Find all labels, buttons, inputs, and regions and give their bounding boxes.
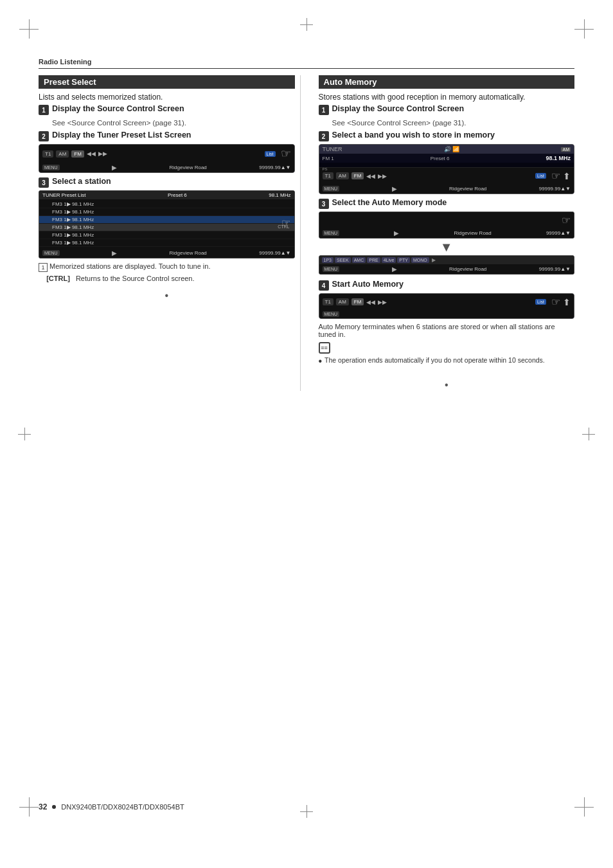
preset-item-2[interactable]: FM3 1▶ 98.1 MHz bbox=[39, 208, 294, 216]
am-list-btn[interactable]: List bbox=[535, 173, 546, 179]
preset-item-1[interactable]: FM3 1▶ 98.1 MHz bbox=[39, 201, 294, 208]
note-num-1: 1 bbox=[39, 263, 48, 272]
preset-step3-label: Select a station bbox=[52, 177, 111, 186]
am-step4-num: 4 bbox=[319, 280, 329, 291]
am-next-icon[interactable]: ▶▶ bbox=[378, 173, 387, 179]
am4-up-icon: ⬆ bbox=[563, 297, 571, 307]
preset-item-4[interactable]: FM3 1▶ 98.1 MHz CTRL bbox=[39, 224, 294, 231]
note-1: 1 Memorized stations are displayed. Touc… bbox=[39, 262, 295, 272]
prev-icon[interactable]: ◀◀ bbox=[87, 150, 96, 157]
bullet-dot: • bbox=[319, 356, 323, 366]
seek-amc-btn[interactable]: AMC bbox=[352, 257, 366, 263]
am-bottom-bar: MENU ▶ Ridgeview Road 99999.99▲▼ bbox=[319, 184, 574, 194]
preset-step1: 1 Display the Source Control Screen bbox=[39, 104, 295, 115]
am-step4: 4 Start Auto Memory bbox=[319, 280, 575, 291]
preset-step1-num: 1 bbox=[39, 105, 49, 115]
screen-controls-bar: T1 AM FM ◀◀ ▶▶ List ☞ bbox=[39, 145, 294, 163]
am-seek-screen-top: ☞ MENU ▶ Ridgeview Road 99999▲▼ bbox=[319, 212, 575, 239]
center-cross-left bbox=[18, 428, 31, 440]
am4-fm-btn[interactable]: FM bbox=[351, 298, 364, 305]
am-tuner-topbar: TUNER 🔊 📶 AM bbox=[319, 145, 574, 154]
preset-step1-label: Display the Source Control Screen bbox=[52, 104, 184, 113]
screen-bottom-bar: MENU ▶ Ridgeview Road 99999.99▲▼ bbox=[39, 163, 294, 172]
am-seek-num: 99999▲▼ bbox=[546, 230, 571, 236]
freq-num: 99999.99▲▼ bbox=[259, 165, 290, 170]
bullet-note-text: The operation ends automatically if you … bbox=[324, 356, 545, 364]
am-tuner-screen: TUNER 🔊 📶 AM FM 1 Preset 6 98.1 MHz PS T… bbox=[319, 144, 575, 194]
preset-item-6[interactable]: FM3 1▶ 98.1 MHz bbox=[39, 239, 294, 247]
am-menu-btn[interactable]: MENU bbox=[323, 186, 340, 192]
preset-select-column: Preset Select Lists and selects memorize… bbox=[39, 75, 301, 391]
am-seek-bar: 1P3 SEEK AMC PRE 4Live PTY MONO ▶ bbox=[319, 256, 574, 264]
seek-4live-btn[interactable]: 4Live bbox=[382, 257, 396, 263]
preset-list-header: TUNER Preset List Preset 6 98.1 MHz bbox=[39, 191, 294, 199]
am-tuner-freq-bar: FM 1 Preset 6 98.1 MHz bbox=[319, 154, 574, 163]
info-icon-row: ≡≡ bbox=[319, 342, 575, 354]
am4-list-btn[interactable]: List bbox=[535, 299, 546, 305]
touch-cursor-step3: ☞ bbox=[281, 217, 290, 229]
am-step1: 1 Display the Source Control Screen bbox=[319, 104, 575, 115]
am-seekbar-road: Ridgeview Road bbox=[449, 266, 486, 272]
am-step1-sub: See <Source Control Screen> (page 31). bbox=[332, 119, 575, 127]
preset-item-3[interactable]: FM3 1▶ 98.1 MHz bbox=[39, 216, 294, 224]
seek-seek-btn[interactable]: SEEK bbox=[335, 257, 351, 263]
road-label: Ridgeview Road bbox=[170, 165, 207, 170]
seek-mono-btn[interactable]: MONO bbox=[411, 257, 429, 263]
arrow-down: ▼ bbox=[319, 240, 575, 253]
am-step3: 3 Select the Auto Memory mode bbox=[319, 198, 575, 209]
seek-1p3-btn[interactable]: 1P3 bbox=[322, 257, 333, 263]
page-number: 32 bbox=[39, 802, 47, 811]
am4-touch-cursor: ☞ bbox=[551, 296, 560, 308]
next-icon[interactable]: ▶▶ bbox=[98, 150, 107, 157]
am-btn[interactable]: AM bbox=[56, 150, 69, 158]
menu-btn[interactable]: MENU bbox=[42, 165, 60, 170]
t1-btn[interactable]: T1 bbox=[42, 150, 53, 158]
am-seek-bottom-bar: MENU ▶ Ridgeview Road 99999▲▼ bbox=[319, 228, 574, 238]
preset-step2-num: 2 bbox=[39, 131, 49, 141]
am-ps-label: PS bbox=[319, 167, 328, 171]
am4-next-icon[interactable]: ▶▶ bbox=[378, 299, 387, 305]
am-step2-label: Select a band you wish to store in memor… bbox=[332, 131, 495, 140]
am-touch-cursor: ☞ bbox=[551, 170, 560, 182]
preset-label: Preset 6 bbox=[168, 192, 187, 198]
am-seekbar-menu[interactable]: MENU bbox=[323, 266, 340, 272]
preset-step2: 2 Display the Tuner Preset List Screen bbox=[39, 131, 295, 141]
am-seek-menu-btn[interactable]: MENU bbox=[323, 230, 340, 236]
am-step4-controls: T1 AM FM ◀◀ ▶▶ List ☞ ⬆ bbox=[319, 294, 574, 310]
am-step1-num: 1 bbox=[319, 105, 329, 115]
fm-btn[interactable]: FM bbox=[71, 150, 84, 158]
preset-list-title: TUNER Preset List bbox=[42, 192, 86, 198]
ctrl-note: [CTRL] Returns to the Source Control scr… bbox=[39, 275, 295, 282]
preset-select-title: Preset Select bbox=[39, 75, 295, 89]
am4-prev-icon[interactable]: ◀◀ bbox=[366, 299, 375, 305]
seek-pty-btn[interactable]: PTY bbox=[397, 257, 410, 263]
am-step4-screen: T1 AM FM ◀◀ ▶▶ List ☞ ⬆ MENU bbox=[319, 293, 575, 319]
page-content: Radio Listening Preset Select Lists and … bbox=[39, 58, 574, 804]
am-freq-num: 99999.99▲▼ bbox=[539, 186, 571, 192]
list-btn[interactable]: List bbox=[265, 151, 276, 157]
page-footer: 32 DNX9240BT/DDX8024BT/DDX8054BT bbox=[39, 802, 574, 811]
am4-menu-btn[interactable]: MENU bbox=[323, 311, 340, 317]
am-screen-controls: T1 AM FM ◀◀ ▶▶ List ☞ ⬆ bbox=[319, 168, 574, 184]
am-seek-cursor: ☞ bbox=[562, 214, 571, 226]
am-fm-btn[interactable]: FM bbox=[351, 172, 364, 179]
corner-mark-tr bbox=[574, 19, 594, 39]
am-prev-icon[interactable]: ◀◀ bbox=[366, 173, 375, 179]
am-t1-btn[interactable]: T1 bbox=[323, 172, 333, 179]
preset-list-bottom-bar: MENU ▶ Ridgeview Road 99999.99▲▼ bbox=[39, 248, 294, 258]
touch-cursor-step2: ☞ bbox=[281, 147, 291, 161]
center-cross-top bbox=[300, 18, 313, 31]
am4-t1-btn[interactable]: T1 bbox=[323, 298, 333, 305]
road-label-2: Ridgeview Road bbox=[170, 250, 207, 256]
am-preset-label: Preset 6 bbox=[431, 156, 450, 161]
am4-am-btn[interactable]: AM bbox=[336, 298, 349, 305]
am-step1-label: Display the Source Control Screen bbox=[332, 104, 465, 113]
menu-btn-2[interactable]: MENU bbox=[42, 250, 60, 256]
info-icon: ≡≡ bbox=[319, 342, 330, 354]
two-col-layout: Preset Select Lists and selects memorize… bbox=[39, 75, 574, 391]
am-am-btn[interactable]: AM bbox=[336, 172, 349, 179]
seek-pre-btn[interactable]: PRE bbox=[367, 257, 380, 263]
corner-mark-bl bbox=[19, 797, 39, 817]
preset-item-5[interactable]: FM3 1▶ 98.1 MHz bbox=[39, 231, 294, 239]
am-step3-num: 3 bbox=[319, 199, 329, 209]
